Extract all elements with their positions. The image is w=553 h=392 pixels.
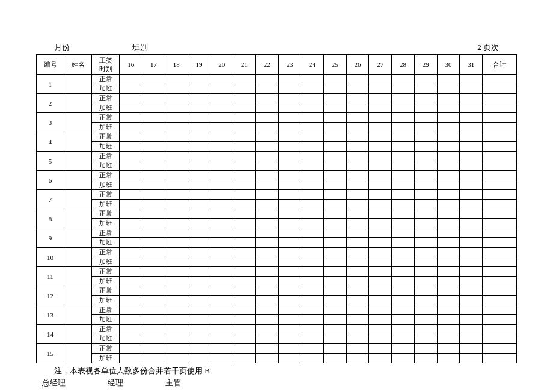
cell-day <box>233 228 256 238</box>
cell-day <box>323 161 346 171</box>
cell-day <box>346 209 369 219</box>
cell-type-normal: 正常 <box>92 75 120 84</box>
cell-day <box>120 103 142 113</box>
cell-day <box>392 296 415 305</box>
cell-day <box>301 267 324 277</box>
cell-day <box>120 354 142 363</box>
cell-day <box>346 305 369 315</box>
cell-day <box>346 180 369 190</box>
cell-day <box>346 123 369 132</box>
cell-day <box>210 123 233 132</box>
cell-day <box>255 94 278 103</box>
header-day: 20 <box>210 55 233 75</box>
cell-day <box>188 142 210 152</box>
cell-type-overtime: 加班 <box>92 315 120 325</box>
cell-day <box>165 84 188 94</box>
cell-num: 9 <box>37 228 64 248</box>
cell-day <box>255 161 278 171</box>
cell-day <box>392 161 415 171</box>
cell-total <box>483 277 517 286</box>
cell-day <box>278 209 301 219</box>
cell-day <box>188 113 210 123</box>
cell-day <box>346 248 369 257</box>
cell-day <box>255 152 278 161</box>
cell-day <box>301 190 324 200</box>
cell-day <box>346 296 369 305</box>
cell-day <box>414 142 437 152</box>
cell-day <box>165 344 188 354</box>
cell-day <box>188 94 210 103</box>
cell-day <box>437 344 460 354</box>
cell-day <box>142 142 165 152</box>
cell-day <box>142 267 165 277</box>
cell-day <box>460 296 483 305</box>
cell-day <box>437 190 460 200</box>
cell-day <box>392 344 415 354</box>
cell-day <box>255 190 278 200</box>
header-day: 31 <box>460 55 483 75</box>
cell-day <box>255 142 278 152</box>
cell-day <box>301 171 324 180</box>
cell-day <box>323 228 346 238</box>
cell-day <box>120 344 142 354</box>
cell-type-normal: 正常 <box>92 94 120 103</box>
cell-day <box>323 171 346 180</box>
cell-day <box>346 94 369 103</box>
cell-day <box>233 123 256 132</box>
cell-day <box>165 296 188 305</box>
cell-num: 4 <box>37 132 64 152</box>
cell-type-normal: 正常 <box>92 228 120 238</box>
cell-day <box>301 325 324 334</box>
cell-day <box>392 103 415 113</box>
cell-day <box>278 84 301 94</box>
cell-num: 2 <box>37 94 64 113</box>
cell-day <box>142 152 165 161</box>
cell-day <box>210 171 233 180</box>
cell-type-overtime: 加班 <box>92 200 120 209</box>
cell-day <box>188 103 210 113</box>
cell-day <box>255 277 278 286</box>
cell-day <box>210 161 233 171</box>
cell-day <box>255 325 278 334</box>
cell-day <box>233 161 256 171</box>
cell-day <box>278 325 301 334</box>
cell-day <box>120 113 142 123</box>
cell-day <box>414 75 437 84</box>
cell-type-overtime: 加班 <box>92 354 120 363</box>
cell-day <box>369 171 392 180</box>
cell-day <box>278 75 301 84</box>
cell-type-normal: 正常 <box>92 267 120 277</box>
cell-day <box>414 94 437 103</box>
cell-type-normal: 正常 <box>92 209 120 219</box>
cell-day <box>120 219 142 228</box>
cell-day <box>210 75 233 84</box>
cell-day <box>323 305 346 315</box>
cell-day <box>437 132 460 142</box>
cell-day <box>460 123 483 132</box>
cell-day <box>210 228 233 238</box>
cell-day <box>278 200 301 209</box>
table-row: 加班 <box>37 200 517 209</box>
cell-day <box>437 171 460 180</box>
cell-day <box>323 123 346 132</box>
cell-day <box>165 142 188 152</box>
cell-day <box>210 296 233 305</box>
cell-day <box>414 123 437 132</box>
cell-day <box>460 354 483 363</box>
cell-day <box>188 152 210 161</box>
cell-day <box>369 132 392 142</box>
cell-total <box>483 305 517 315</box>
cell-day <box>120 209 142 219</box>
cell-type-normal: 正常 <box>92 132 120 142</box>
cell-day <box>233 75 256 84</box>
cell-day <box>301 113 324 123</box>
cell-day <box>437 75 460 84</box>
cell-day <box>369 75 392 84</box>
cell-day <box>414 315 437 325</box>
cell-day <box>392 286 415 296</box>
cell-type-overtime: 加班 <box>92 257 120 267</box>
cell-day <box>142 354 165 363</box>
header-total: 合计 <box>483 55 517 75</box>
sig-general-manager: 总经理 <box>42 378 66 388</box>
cell-day <box>323 190 346 200</box>
